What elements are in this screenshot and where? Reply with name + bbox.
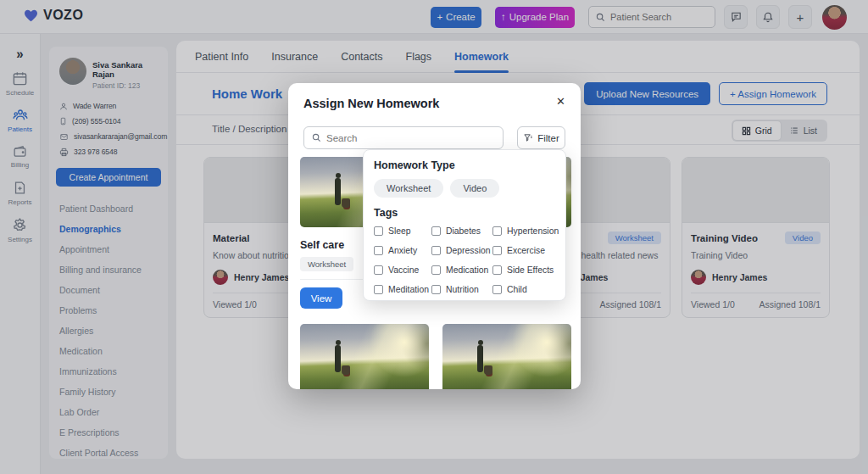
tag-label: Excercise xyxy=(507,246,545,255)
checkbox-icon xyxy=(492,226,502,236)
tags-grid: Sleep Diabetes Hypertension Anxiety Depr… xyxy=(374,226,555,294)
resource-type-chip: Worksheet xyxy=(300,257,353,271)
close-icon[interactable]: ✕ xyxy=(556,95,565,108)
person-wheelchair-silhouette xyxy=(335,178,341,205)
tag-checkbox-anxiety[interactable]: Anxiety xyxy=(374,246,431,255)
homework-type-heading: Homework Type xyxy=(374,159,555,171)
checkbox-icon xyxy=(374,285,383,294)
resource-photo xyxy=(300,324,429,389)
checkbox-icon xyxy=(374,246,383,255)
modal-title: Assign New Homework xyxy=(303,97,439,110)
tag-label: Side Effects xyxy=(507,265,554,275)
checkbox-icon xyxy=(492,246,502,255)
tag-checkbox-sleep[interactable]: Sleep xyxy=(374,226,431,236)
filter-button[interactable]: Filter xyxy=(517,126,565,149)
tag-checkbox-medication[interactable]: Medication xyxy=(431,265,492,275)
tag-checkbox-side-effects[interactable]: Side Effects xyxy=(492,265,557,275)
tag-checkbox-vaccine[interactable]: Vaccine xyxy=(374,265,431,275)
checkbox-icon xyxy=(431,226,441,236)
checkbox-icon xyxy=(492,265,502,275)
tags-heading: Tags xyxy=(374,207,555,219)
tag-label: Child xyxy=(507,285,527,294)
tag-label: Medication xyxy=(446,265,488,275)
type-pill-video[interactable]: Video xyxy=(450,179,499,198)
checkbox-icon xyxy=(374,265,383,275)
modal-search-box xyxy=(303,126,504,149)
funnel-icon xyxy=(523,133,533,142)
tag-checkbox-diabetes[interactable]: Diabetes xyxy=(431,226,492,236)
tag-label: Sleep xyxy=(388,226,411,236)
checkbox-icon xyxy=(431,246,441,255)
resource-photo xyxy=(442,324,571,389)
search-icon xyxy=(312,133,321,142)
resource-card: Meditation xyxy=(300,324,429,389)
checkbox-icon xyxy=(431,285,441,294)
filter-dropdown: Homework Type Worksheet Video Tags Sleep… xyxy=(363,149,566,301)
tag-label: Vaccine xyxy=(388,265,419,275)
filter-label: Filter xyxy=(537,133,559,143)
person-wheelchair-silhouette xyxy=(335,345,341,372)
tag-checkbox-nutrition[interactable]: Nutrition xyxy=(431,285,492,294)
tag-label: Depression xyxy=(446,246,491,255)
tag-label: Meditation xyxy=(388,285,429,294)
tag-checkbox-excercise[interactable]: Excercise xyxy=(492,246,557,255)
tag-label: Diabetes xyxy=(446,226,481,236)
tag-label: Anxiety xyxy=(388,246,417,255)
tag-checkbox-meditation[interactable]: Meditation xyxy=(374,285,431,294)
resource-card: Depression xyxy=(442,324,571,389)
tag-checkbox-hypertension[interactable]: Hypertension xyxy=(492,226,557,236)
assign-homework-modal: Assign New Homework ✕ Filter Self care W… xyxy=(288,83,581,389)
tag-checkbox-depression[interactable]: Depression xyxy=(431,246,492,255)
checkbox-icon xyxy=(431,265,441,275)
type-pill-worksheet[interactable]: Worksheet xyxy=(374,179,443,198)
view-button[interactable]: View xyxy=(300,287,342,309)
checkbox-icon xyxy=(374,226,383,236)
checkbox-icon xyxy=(492,285,502,294)
tag-checkbox-child[interactable]: Child xyxy=(492,285,557,294)
tag-label: Hypertension xyxy=(507,226,559,236)
modal-search-input[interactable] xyxy=(326,133,479,143)
person-wheelchair-silhouette xyxy=(477,345,483,372)
tag-label: Nutrition xyxy=(446,285,479,294)
